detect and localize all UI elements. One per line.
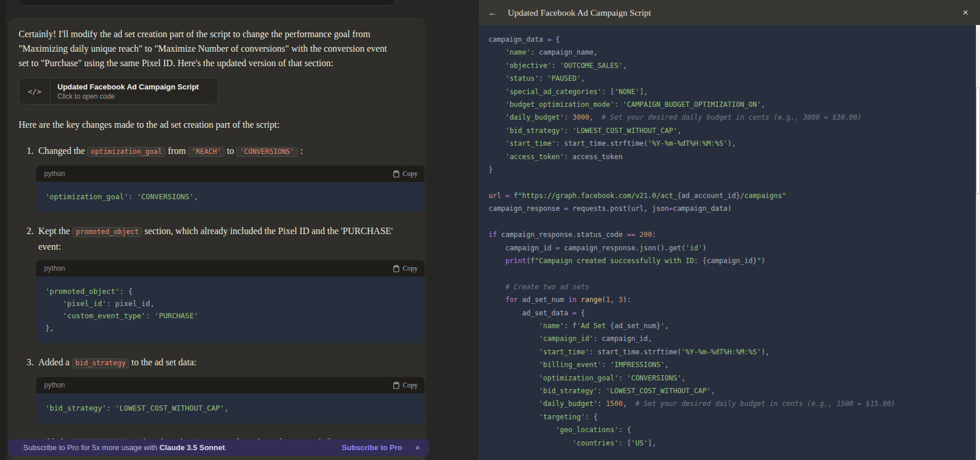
subscribe-banner-text: Subscribe to Pro for 5x more usage with …: [23, 443, 227, 452]
code-block-body: 'optimization_goal': 'CONVERSIONS',: [36, 182, 425, 212]
artifact-close-icon[interactable]: ×: [963, 7, 968, 19]
change-item: 3.Added a bid_strategy to the ad set dat…: [19, 355, 402, 423]
copy-button[interactable]: Copy: [393, 167, 418, 181]
scrollbar-thumb[interactable]: [976, 87, 980, 195]
changes-intro: Here are the key changes made to the ad …: [19, 117, 390, 132]
banner-close-icon[interactable]: ×: [415, 443, 420, 452]
artifact-panel-title: Updated Facebook Ad Campaign Script: [508, 8, 963, 18]
change-item: 1.Changed the optimization_goal from 'RE…: [19, 143, 402, 212]
code-block-header: pythonCopy: [36, 166, 425, 182]
message-paragraph: Certainly! I'll modify the ad set creati…: [19, 27, 390, 70]
code-block: pythonCopy'optimization_goal': 'CONVERSI…: [36, 166, 425, 212]
scrollbar-track[interactable]: [976, 25, 980, 460]
inline-code-chip: optimization_goal: [87, 147, 165, 157]
copy-button[interactable]: Copy: [393, 378, 418, 393]
chat-column: Certainly! I'll modify the ad set creati…: [0, 0, 426, 460]
inline-code-chip: promoted_object: [73, 227, 142, 237]
list-number: 1.: [27, 143, 34, 158]
list-number: 3.: [27, 355, 34, 369]
window-edge-strip: [0, 0, 6, 460]
subscribe-to-pro-link[interactable]: Subscribe to Pro: [342, 443, 402, 452]
artifact-code-view[interactable]: campaign_data = { 'name': campaign_name,…: [479, 25, 976, 460]
code-block-header: pythonCopy: [36, 377, 425, 393]
code-block: pythonCopy'bid_strategy': 'LOWEST_COST_W…: [36, 377, 425, 423]
artifact-panel: ← Updated Facebook Ad Campaign Script × …: [479, 0, 980, 460]
code-language-label: python: [44, 167, 65, 181]
code-artifact-icon: </>: [19, 78, 50, 104]
subscribe-banner: Subscribe to Pro for 5x more usage with …: [8, 439, 429, 456]
composer-top-edge[interactable]: [12, 457, 426, 460]
changes-list: 1.Changed the optimization_goal from 'RE…: [19, 143, 417, 460]
change-item: 2.Kept the promoted_object section, whic…: [19, 224, 402, 343]
code-block-header: pythonCopy: [36, 260, 425, 276]
artifact-panel-header: ← Updated Facebook Ad Campaign Script ×: [479, 0, 980, 25]
artifact-card-subtitle: Click to open code: [57, 92, 199, 100]
back-arrow-icon[interactable]: ←: [488, 8, 503, 18]
assistant-message: Certainly! I'll modify the ad set creati…: [8, 17, 426, 460]
code-block-body: 'bid_strategy': 'LOWEST_COST_WITHOUT_CAP…: [36, 393, 425, 423]
copy-button[interactable]: Copy: [393, 261, 418, 276]
code-block: pythonCopy'promoted_object': { 'pixel_id…: [36, 260, 425, 343]
artifact-card[interactable]: </> Updated Facebook Ad Campaign Script …: [19, 78, 218, 105]
code-block-body: 'promoted_object': { 'pixel_id': pixel_i…: [36, 276, 425, 343]
previous-message-partial: [17, 0, 396, 6]
code-language-label: python: [44, 261, 65, 276]
inline-code-chip: 'REACH': [188, 147, 225, 157]
artifact-card-title: Updated Facebook Ad Campaign Script: [57, 82, 199, 91]
code-language-label: python: [44, 378, 65, 393]
list-number: 2.: [27, 224, 34, 238]
inline-code-chip: 'CONVERSIONS': [236, 147, 298, 157]
inline-code-chip: bid_strategy: [72, 358, 129, 368]
